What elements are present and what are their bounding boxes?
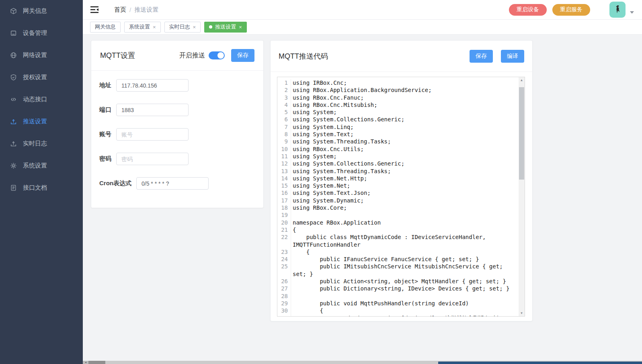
line-content: using System.Text.Json; (291, 189, 519, 196)
tab-1[interactable]: 网关信息 (90, 22, 121, 33)
mqtt-settings-card: MQTT设置 开启推送 保存 地址端口账号密码Cron表达式 (91, 40, 264, 208)
tab-4[interactable]: 推送设置× (204, 22, 247, 33)
code-lines: 1using IRBox.Cnc;2using RBox.Application… (277, 77, 519, 316)
code-line: 6using System.Collections.Generic; (277, 116, 519, 123)
hscrollbar-thumb[interactable] (88, 361, 105, 364)
field-input-1[interactable] (116, 79, 189, 92)
code-line: 31 var device = Devices[deviceId];//这样就能… (277, 315, 519, 317)
restart-device-button[interactable]: 重启设备 (509, 4, 547, 16)
scroll-left-icon[interactable]: ◂ (83, 361, 88, 364)
line-number: 9 (277, 138, 291, 145)
line-number: 19 (277, 211, 291, 219)
code-line: 26 public Action<string, object> MqttHan… (277, 278, 519, 285)
menu-fold-icon[interactable] (90, 6, 99, 13)
sidebar-item-5[interactable]: 动态接口 (0, 88, 83, 110)
line-number: 14 (277, 175, 291, 182)
line-content: namespace RBox.Application (291, 219, 519, 226)
code-line: 13using System.Threading.Tasks; (277, 168, 519, 175)
line-number: 20 (277, 219, 291, 226)
sidebar-item-8[interactable]: 系统设置 (0, 155, 83, 177)
code-line: 15using System.Net; (277, 182, 519, 189)
code-icon (10, 96, 17, 103)
chevron-down-icon[interactable] (630, 11, 634, 14)
app-window: 网关信息设备管理网络设置授权设置动态接口推送设置实时日志系统设置接口文档 首页 … (0, 0, 642, 364)
code-line: 27 public Dictionary<string, IDevice> De… (277, 285, 519, 292)
line-number: 11 (277, 153, 291, 160)
code-line: 3using RBox.Cnc.Fanuc; (277, 94, 519, 101)
log-icon (10, 140, 17, 147)
line-content: using System.Text; (291, 131, 519, 138)
sidebar-item-label: 系统设置 (23, 162, 47, 170)
tab-3[interactable]: 实时日志× (164, 22, 201, 33)
breadcrumb-home[interactable]: 首页 (114, 6, 126, 14)
code-line: 23 { (277, 248, 519, 256)
mqtt-code-card: MQTT推送代码 保存 编译 1using IRBox.Cnc;2using R… (270, 40, 533, 321)
line-number: 16 (277, 189, 291, 196)
line-number: 26 (277, 278, 291, 285)
code-line: 14using System.Net.Http; (277, 175, 519, 182)
field-input-5[interactable] (136, 177, 209, 190)
close-icon[interactable]: × (239, 25, 242, 30)
line-content: public void MqttPushHandler(string devic… (291, 300, 519, 307)
sidebar-item-label: 设备管理 (23, 29, 47, 37)
line-number: 21 (277, 226, 291, 233)
code-compile-button[interactable]: 编译 (501, 50, 524, 63)
tab-label: 实时日志 (169, 23, 190, 31)
sidebar-item-2[interactable]: 设备管理 (0, 22, 83, 44)
code-line: 19 (277, 211, 519, 219)
line-number: 30 (277, 307, 291, 314)
scroll-up-icon[interactable]: ▲ (519, 77, 525, 83)
line-content: public Dictionary<string, IDevice> Devic… (291, 285, 519, 292)
line-content: using System.Threading.Tasks; (291, 168, 519, 175)
sidebar-item-4[interactable]: 授权设置 (0, 66, 83, 88)
code-editor[interactable]: 1using IRBox.Cnc;2using RBox.Application… (277, 77, 525, 317)
horizontal-scrollbar[interactable]: ◂ (83, 361, 642, 364)
top-header: 首页 / 推送设置 重启设备 重启服务 (83, 0, 642, 20)
tab-label: 系统设置 (129, 23, 150, 31)
line-number: 31 (277, 315, 291, 317)
mqtt-settings-form: 地址端口账号密码Cron表达式 (91, 71, 263, 190)
sidebar-item-label: 实时日志 (23, 140, 47, 147)
line-content (291, 211, 519, 219)
sidebar-item-7[interactable]: 实时日志 (0, 133, 83, 155)
line-number: 25 (277, 263, 291, 278)
line-number: 23 (277, 248, 291, 256)
tab-2[interactable]: 系统设置× (124, 22, 161, 33)
tab-label: 推送设置 (215, 23, 236, 31)
code-line: 28 (277, 292, 519, 300)
scrollbar-thumb[interactable] (519, 87, 524, 180)
restart-service-button[interactable]: 重启服务 (552, 4, 590, 16)
code-line: 1using IRBox.Cnc; (277, 79, 519, 86)
form-row: 端口 (99, 104, 263, 116)
field-input-3[interactable] (116, 128, 189, 141)
code-scrollbar[interactable]: ▲ ▼ (519, 77, 525, 316)
code-line: 25 public IMitsubishCncService Mitsubish… (277, 263, 519, 278)
sidebar-item-6[interactable]: 推送设置 (0, 110, 83, 133)
settings-save-button[interactable]: 保存 (231, 49, 254, 62)
line-content: using System.Net.Http; (291, 175, 519, 182)
sidebar: 网关信息设备管理网络设置授权设置动态接口推送设置实时日志系统设置接口文档 (0, 0, 83, 364)
line-number: 10 (277, 145, 291, 153)
close-icon[interactable]: × (193, 25, 196, 30)
field-input-2[interactable] (116, 104, 189, 116)
field-input-4[interactable] (116, 153, 189, 165)
avatar[interactable] (609, 2, 626, 18)
line-content: { (291, 307, 519, 314)
line-content: using System.Dynamic; (291, 197, 519, 204)
sidebar-item-1[interactable]: 网关信息 (0, 0, 83, 22)
cube-icon (10, 8, 17, 14)
field-label: 账号 (99, 131, 111, 138)
code-line: 11using System; (277, 153, 519, 160)
scroll-down-icon[interactable]: ▼ (519, 310, 525, 316)
code-save-button[interactable]: 保存 (470, 50, 493, 63)
tab-label: 网关信息 (95, 23, 116, 31)
line-number: 1 (277, 79, 291, 86)
code-line: 10using RBox.Cnc.Utils; (277, 145, 519, 153)
push-toggle[interactable] (209, 51, 225, 59)
line-number: 27 (277, 285, 291, 292)
sidebar-item-3[interactable]: 网络设置 (0, 44, 83, 66)
line-content: { (291, 226, 519, 233)
line-number: 3 (277, 94, 291, 101)
sidebar-item-9[interactable]: 接口文档 (0, 177, 83, 199)
close-icon[interactable]: × (153, 25, 156, 30)
